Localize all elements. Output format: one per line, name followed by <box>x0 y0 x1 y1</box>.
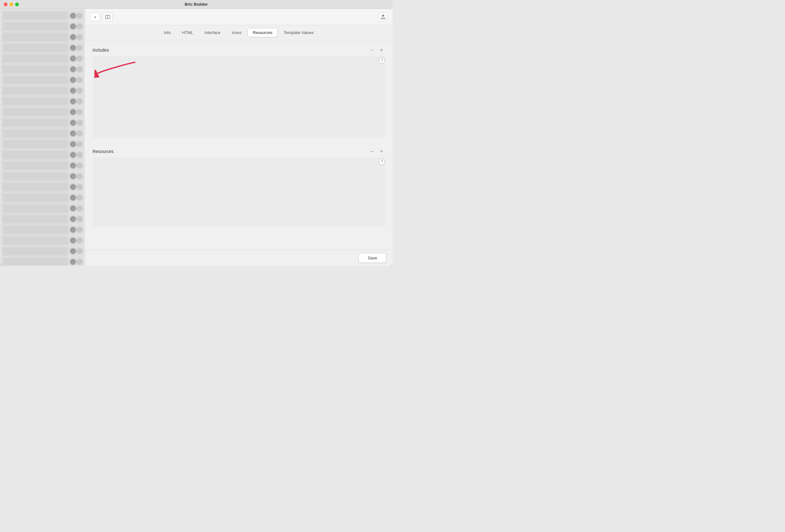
item-content <box>2 54 68 63</box>
item-icon-2: ✕ <box>77 131 82 136</box>
list-item: ⚙ ✕ <box>0 182 85 192</box>
resources-title: Resources <box>93 149 113 154</box>
includes-minus-button[interactable]: − <box>369 47 376 53</box>
item-content <box>2 108 68 117</box>
item-icons: ⚙ ✕ <box>70 174 82 179</box>
item-icons: ⚙ ✕ <box>70 131 82 136</box>
item-icons: ⚙ ✕ <box>70 227 82 233</box>
item-icon-1: ⚙ <box>70 163 76 169</box>
list-item: ⚙ ✕ <box>0 128 85 139</box>
list-item: ⚙ ✕ <box>0 107 85 118</box>
resources-help-button[interactable]: ? <box>379 159 385 165</box>
item-content <box>2 65 68 74</box>
list-item: ⚙ ✕ <box>0 214 85 224</box>
item-icon-1: ⚙ <box>70 227 76 233</box>
includes-help-button[interactable]: ? <box>379 57 385 64</box>
item-icon-1: ⚙ <box>70 184 76 190</box>
right-panel: + Info HTML I <box>85 9 392 266</box>
maximize-button[interactable] <box>15 2 19 6</box>
window-controls <box>4 2 19 6</box>
sidebar: ⚙ ✕ ⚙ ✕ ⚙ ✕ ⚙ <box>0 9 85 266</box>
minimize-button[interactable] <box>9 2 13 6</box>
item-content <box>2 86 68 95</box>
list-item: ⚙ ✕ <box>0 96 85 107</box>
tab-interface[interactable]: Interface <box>199 28 226 37</box>
item-icons: ⚙ ✕ <box>70 206 82 211</box>
item-content <box>2 118 68 127</box>
resources-plus-button[interactable]: + <box>378 148 385 155</box>
add-button[interactable]: + <box>90 12 100 21</box>
item-icon-2: ✕ <box>77 206 82 211</box>
item-content <box>2 183 68 192</box>
item-icons: ⚙ ✕ <box>70 163 82 169</box>
tab-resources[interactable]: Resources <box>247 28 278 37</box>
item-icons: ⚙ ✕ <box>70 259 82 265</box>
item-icon-1: ⚙ <box>70 259 76 265</box>
list-item: ⚙ ✕ <box>0 150 85 160</box>
item-icons: ⚙ ✕ <box>70 56 82 61</box>
includes-actions: − + <box>369 47 385 53</box>
item-icon-2: ✕ <box>77 184 82 190</box>
includes-plus-button[interactable]: + <box>378 47 385 53</box>
includes-title: Includes <box>93 48 109 53</box>
item-content <box>2 215 68 224</box>
item-content <box>2 44 68 52</box>
item-icon-1: ⚙ <box>70 77 76 83</box>
item-icon-2: ✕ <box>77 109 82 115</box>
item-icon-2: ✕ <box>77 248 82 254</box>
includes-section-header: Includes − + <box>93 47 385 53</box>
item-icon-1: ⚙ <box>70 238 76 243</box>
item-content <box>2 236 68 245</box>
item-content <box>2 140 68 149</box>
item-icons: ⚙ ✕ <box>70 77 82 83</box>
item-content <box>2 76 68 84</box>
window-title: Bric Builder <box>185 2 208 7</box>
book-button[interactable] <box>103 12 113 21</box>
item-icons: ⚙ ✕ <box>70 238 82 243</box>
resources-minus-button[interactable]: − <box>369 148 376 155</box>
save-button[interactable]: Save <box>358 253 386 263</box>
share-button[interactable] <box>379 12 387 21</box>
tab-info[interactable]: Info <box>158 28 176 37</box>
item-icon-1: ⚙ <box>70 45 76 51</box>
includes-section: Includes − + ? <box>85 40 392 143</box>
tab-icons[interactable]: Icons <box>226 28 247 37</box>
item-icon-1: ⚙ <box>70 34 76 40</box>
tab-html[interactable]: HTML <box>177 28 198 37</box>
item-icon-2: ✕ <box>77 34 82 40</box>
item-icons: ⚙ ✕ <box>70 120 82 126</box>
close-button[interactable] <box>4 2 7 6</box>
item-content <box>2 97 68 106</box>
list-item: ⚙ ✕ <box>0 43 85 53</box>
list-item: ⚙ ✕ <box>0 224 85 235</box>
toolbar: + <box>85 9 392 25</box>
item-icon-2: ✕ <box>77 195 82 201</box>
item-content <box>2 247 68 256</box>
item-icon-2: ✕ <box>77 120 82 126</box>
tab-template-values[interactable]: Template Values <box>278 28 319 37</box>
list-item: ⚙ ✕ <box>0 257 85 266</box>
item-icon-1: ⚙ <box>70 99 76 104</box>
item-icons: ⚙ ✕ <box>70 99 82 104</box>
item-icons: ⚙ ✕ <box>70 216 82 222</box>
item-icons: ⚙ ✕ <box>70 24 82 29</box>
list-item: ⚙ ✕ <box>0 171 85 182</box>
list-item: ⚙ ✕ <box>0 10 85 21</box>
item-icon-2: ✕ <box>77 88 82 94</box>
item-content <box>2 257 68 266</box>
item-icon-1: ⚙ <box>70 216 76 222</box>
item-icon-2: ✕ <box>77 99 82 104</box>
item-icon-2: ✕ <box>77 141 82 147</box>
item-content <box>2 33 68 42</box>
item-icon-2: ✕ <box>77 174 82 179</box>
item-icon-1: ⚙ <box>70 141 76 147</box>
item-icons: ⚙ ✕ <box>70 195 82 201</box>
content-area: Includes − + ? Resources <box>85 40 392 250</box>
list-item: ⚙ ✕ <box>0 21 85 32</box>
title-bar: Bric Builder <box>0 0 392 9</box>
list-item: ⚙ ✕ <box>0 139 85 150</box>
app-window: Bric Builder ⚙ ✕ ⚙ ✕ <box>0 0 392 266</box>
item-icon-2: ✕ <box>77 67 82 72</box>
list-item: ⚙ ✕ <box>0 246 85 257</box>
item-icon-2: ✕ <box>77 259 82 265</box>
